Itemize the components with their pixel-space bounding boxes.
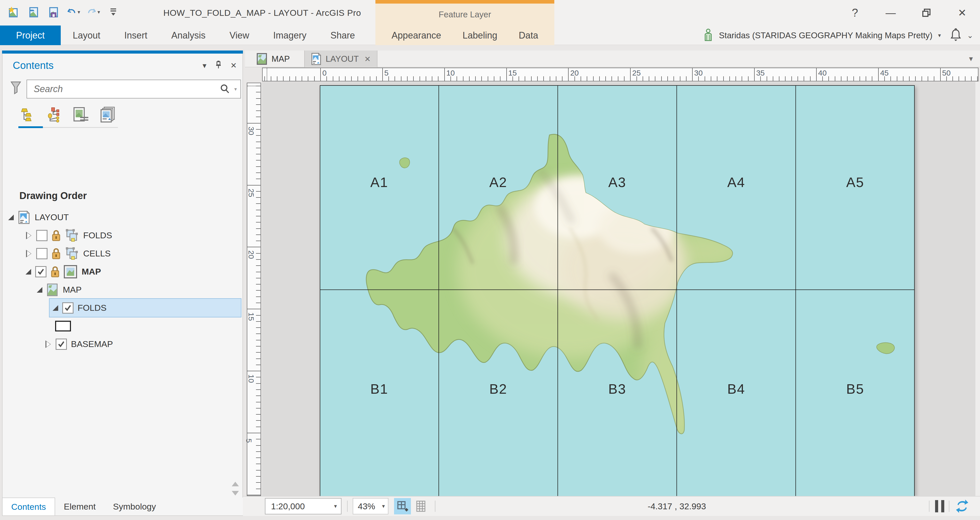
redo-icon[interactable]: ▾	[87, 5, 100, 19]
ruler-tick	[256, 104, 261, 105]
minimize-icon[interactable]: —	[873, 0, 908, 25]
tab-symbology[interactable]: Symbology	[104, 498, 165, 515]
ruler-number: 20	[247, 251, 256, 259]
ribbon-tab-analysis[interactable]: Analysis	[159, 25, 218, 45]
scroll-down-icon[interactable]	[232, 491, 239, 496]
contextual-group-label: Feature Layer	[375, 3, 554, 25]
undo-dropdown-icon[interactable]: ▾	[78, 9, 80, 15]
filter-funnel-icon[interactable]	[10, 81, 21, 97]
pause-icon	[941, 500, 944, 512]
ruler-tick	[256, 216, 261, 216]
ruler-tick	[256, 117, 261, 117]
zoom-percent-value: 43%	[358, 501, 375, 511]
tab-contents[interactable]: Contents	[2, 498, 55, 515]
view-tabs-overflow-icon[interactable]: ▾	[969, 54, 973, 63]
ribbon-tab-appearance[interactable]: Appearance	[381, 30, 452, 41]
tree-item-layout[interactable]: LAYOUT	[3, 208, 242, 226]
account-dropdown-icon[interactable]: ▾	[938, 32, 941, 39]
tree-item-symbol-swatch[interactable]	[3, 317, 242, 335]
pane-menu-icon[interactable]: ▾	[203, 61, 207, 70]
customize-qat-icon[interactable]	[107, 5, 120, 19]
ribbon-tab-insert[interactable]: Insert	[112, 25, 159, 45]
search-icon[interactable]	[220, 83, 230, 95]
expander-closed-icon[interactable]	[27, 232, 32, 239]
list-by-element-icon[interactable]	[73, 106, 89, 123]
new-map-frame-button[interactable]	[394, 498, 411, 514]
ruler-tick	[649, 76, 649, 81]
ruler-tick	[256, 402, 261, 402]
ruler-tick	[959, 76, 959, 81]
ribbon-tab-data[interactable]: Data	[508, 30, 549, 41]
save-project-icon[interactable]	[47, 5, 60, 19]
open-project-icon[interactable]	[27, 5, 40, 19]
symbol-swatch[interactable]	[55, 321, 71, 331]
ruler-tick	[692, 68, 693, 81]
new-project-icon[interactable]	[7, 5, 21, 19]
scroll-up-icon[interactable]	[232, 482, 239, 486]
expander-open-icon[interactable]	[8, 215, 14, 220]
restore-icon[interactable]	[908, 0, 944, 25]
ruler-tick	[256, 110, 261, 111]
zoom-dropdown-icon[interactable]: ▾	[382, 503, 385, 509]
tree-scrollbar[interactable]	[232, 482, 239, 496]
undo-icon[interactable]: ▾	[67, 5, 80, 19]
expander-open-icon[interactable]	[37, 287, 42, 293]
ribbon-tab-view[interactable]: View	[218, 25, 261, 45]
pause-drawing-button[interactable]	[935, 500, 944, 512]
list-by-page-icon[interactable]	[100, 106, 116, 123]
visibility-checkbox-unchecked[interactable]	[36, 248, 48, 259]
ribbon-tab-imagery[interactable]: Imagery	[261, 25, 318, 45]
expander-open-icon[interactable]	[25, 269, 31, 275]
ruler-tick	[401, 76, 401, 81]
tree-label: FOLDS	[78, 303, 107, 313]
layout-page[interactable]: A1A2A3A4A5B1B2B3B4B5	[320, 85, 915, 496]
notifications-bell-icon[interactable]	[950, 28, 961, 43]
help-icon[interactable]: ?	[837, 0, 873, 25]
ruler-tick	[463, 76, 463, 81]
redo-dropdown-icon[interactable]: ▾	[97, 9, 100, 15]
canvas-scrollbar[interactable]	[975, 82, 980, 496]
expander-closed-icon[interactable]	[46, 341, 51, 348]
ruler-tick	[506, 68, 507, 81]
tree-item-folds-layer-selected[interactable]: FOLDS	[49, 299, 241, 317]
view-tab-layout[interactable]: LAYOUT ✕	[304, 51, 377, 67]
ribbon-tab-share[interactable]: Share	[318, 25, 367, 45]
map-scale-combo[interactable]: 1:20,000 ▾	[265, 498, 342, 514]
ruler-tick	[351, 76, 352, 81]
visibility-checkbox-checked[interactable]	[62, 302, 73, 313]
ruler-tick	[256, 172, 261, 173]
refresh-view-button[interactable]	[955, 499, 969, 515]
visibility-checkbox-checked[interactable]	[35, 266, 46, 277]
ribbon-tab-labeling[interactable]: Labeling	[452, 30, 508, 41]
tree-item-basemap[interactable]: BASEMAP	[3, 335, 242, 353]
tree-item-folds-group[interactable]: FOLDS	[3, 226, 242, 245]
visibility-checkbox-checked[interactable]	[56, 339, 67, 350]
list-by-drawing-order-icon[interactable]	[18, 106, 35, 123]
search-input[interactable]: Search ▾	[27, 80, 241, 99]
tree-item-cells-group[interactable]: CELLS	[3, 245, 242, 262]
close-icon[interactable]: ✕	[944, 0, 980, 25]
tab-element[interactable]: Element	[55, 498, 104, 515]
map-view-icon	[256, 53, 267, 65]
view-tab-map[interactable]: MAP	[250, 51, 296, 67]
ribbon-tab-project[interactable]: Project	[0, 25, 61, 45]
pin-icon[interactable]	[215, 60, 222, 71]
visibility-checkbox-unchecked[interactable]	[36, 230, 48, 241]
list-by-source-icon[interactable]	[45, 106, 62, 123]
expander-open-icon[interactable]	[52, 305, 58, 311]
signed-in-user[interactable]: Staridas (STARIDAS GEOGRAPHY Making Maps…	[719, 30, 932, 40]
close-view-icon[interactable]: ✕	[364, 55, 371, 64]
ribbon-collapse-chevron-icon[interactable]: ⌄	[967, 31, 974, 40]
grid-view-button[interactable]	[412, 498, 429, 514]
tree-item-map[interactable]: MAP	[3, 281, 242, 299]
tree-item-map-frame[interactable]: MAP	[3, 262, 242, 281]
scale-dropdown-icon[interactable]: ▾	[334, 503, 337, 509]
expander-closed-icon[interactable]	[27, 250, 32, 257]
ribbon-tab-layout[interactable]: Layout	[61, 25, 112, 45]
active-tool-indicator	[18, 126, 43, 128]
ruler-tick	[785, 76, 786, 81]
close-pane-icon[interactable]: ✕	[231, 61, 237, 70]
layout-canvas[interactable]: A1A2A3A4A5B1B2B3B4B5	[262, 82, 980, 496]
search-options-dropdown-icon[interactable]: ▾	[234, 86, 237, 92]
zoom-percent-combo[interactable]: 43% ▾	[353, 498, 388, 514]
